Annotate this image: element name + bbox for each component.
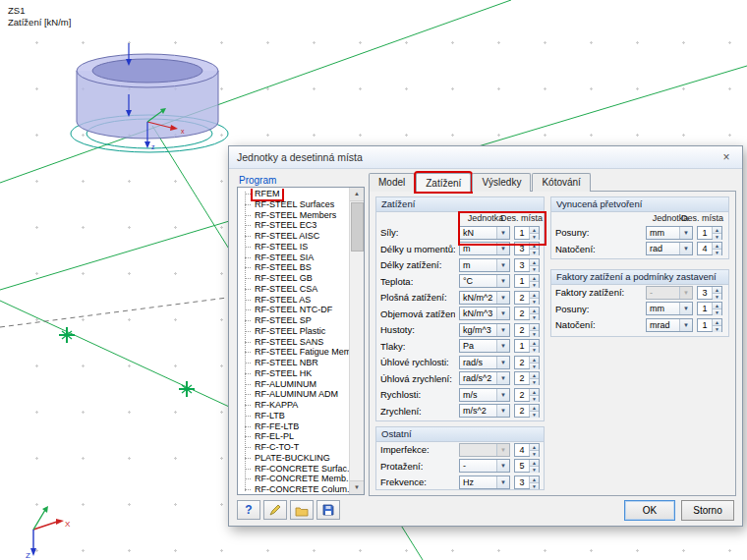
chevron-down-icon[interactable]: ▼ [496,357,509,368]
tree-item[interactable]: RF-CONCRETE Memb... [238,474,350,484]
unit-dropdown[interactable]: °C ▼ [459,274,510,288]
chevron-down-icon[interactable]: ▼ [496,275,509,287]
chevron-down-icon[interactable]: ▼ [496,389,509,401]
chevron-down-icon[interactable]: ▼ [496,340,509,352]
decimals-spinner[interactable]: 2 ▲ ▼ [514,404,540,418]
unit-dropdown[interactable]: rad/s^2 ▼ [459,371,510,385]
tree-item[interactable]: RF-CONCRETE Surfac... [238,464,350,475]
chevron-down-icon[interactable]: ▼ [496,227,509,239]
spinner-down-icon[interactable]: ▼ [530,313,539,320]
tree-item[interactable]: PLATE-BUCKLING [238,453,350,464]
decimals-spinner[interactable]: 2 ▲ ▼ [514,356,540,369]
scroll-down-icon[interactable]: ▼ [350,480,364,494]
unit-dropdown[interactable]: Pa ▼ [459,339,510,353]
tree-item[interactable]: RF-KAPPA [238,400,350,411]
tree-item[interactable]: RF-STEEL AISC [238,231,350,242]
tree-item[interactable]: RF-STEEL Surfaces [238,199,350,210]
spinner-down-icon[interactable]: ▼ [530,298,539,305]
tree-item[interactable]: RF-STEEL HK [238,368,350,379]
help-button[interactable]: ? [237,500,260,520]
decimals-spinner[interactable]: 2 ▲ ▼ [514,323,540,337]
decimals-spinner[interactable]: 4 ▲ ▼ [697,242,722,255]
decimals-spinner[interactable]: 3 ▲ ▼ [514,242,540,255]
tab-model[interactable]: Model [369,173,415,192]
tree-item[interactable]: RF-CONCRETE Colum... [238,484,350,494]
tree-item[interactable]: RF-STEEL IS [238,242,350,252]
decimals-spinner[interactable]: 4 ▲ ▼ [514,443,540,457]
decimals-spinner[interactable]: 2 ▲ ▼ [514,307,540,320]
chevron-down-icon[interactable]: ▼ [679,227,692,239]
chevron-down-icon[interactable]: ▼ [496,292,509,304]
decimals-spinner[interactable]: 1 ▲ ▼ [697,302,722,315]
spinner-down-icon[interactable]: ▼ [530,249,539,255]
tree-item[interactable]: RF-STEEL Fatigue Mem [238,347,350,358]
unit-dropdown[interactable]: mm ▼ [646,226,693,240]
tree-item[interactable]: RF-STEEL Members [238,210,350,221]
unit-dropdown[interactable]: kg/m^3 ▼ [459,323,510,337]
close-icon[interactable]: × [711,147,742,168]
decimals-spinner[interactable]: 1 ▲ ▼ [697,226,722,240]
decimals-spinner[interactable]: 3 ▲ ▼ [514,476,540,489]
tree-item[interactable]: RF-FE-LTB [238,421,350,432]
chevron-down-icon[interactable]: ▼ [496,259,509,271]
unit-dropdown[interactable]: - ▼ [459,459,510,473]
spinner-down-icon[interactable]: ▼ [713,293,721,300]
scroll-thumb[interactable] [351,202,364,252]
chevron-down-icon[interactable]: ▼ [679,287,692,299]
unit-dropdown[interactable]: mrad ▼ [646,318,693,332]
tab-zatizeni[interactable]: Zatížení [416,173,471,192]
decimals-spinner[interactable]: 3 ▲ ▼ [514,258,540,272]
tree-item[interactable]: RF-STEEL AS [238,295,350,306]
dialog-titlebar[interactable]: Jednotky a desetinná místa × [229,146,742,169]
edit-units-button[interactable] [263,500,287,520]
tree-item[interactable]: RF-STEEL BS [238,262,350,273]
decimals-spinner[interactable]: 1 ▲ ▼ [697,318,722,332]
unit-dropdown[interactable]: m ▼ [459,242,510,255]
tree-item[interactable]: RF-STEEL SP [238,315,350,326]
chevron-down-icon[interactable]: ▼ [496,308,509,319]
decimals-spinner[interactable]: 1 ▲ ▼ [514,274,540,288]
chevron-down-icon[interactable]: ▼ [679,303,692,314]
spinner-down-icon[interactable]: ▼ [530,281,539,288]
unit-dropdown[interactable]: - ▼ [646,286,693,300]
chevron-down-icon[interactable]: ▼ [496,444,509,456]
chevron-down-icon[interactable]: ▼ [679,243,692,254]
tree-item[interactable]: RF-STEEL GB [238,273,350,284]
spinner-down-icon[interactable]: ▼ [530,233,539,240]
tree-item[interactable]: RF-EL-PL [238,431,350,442]
chevron-down-icon[interactable]: ▼ [496,243,509,254]
decimals-spinner[interactable]: 3 ▲ ▼ [697,286,722,300]
unit-dropdown[interactable]: kN ▼ [459,226,510,240]
tab-vysledky[interactable]: Výsledky [472,173,531,192]
chevron-down-icon[interactable]: ▼ [496,460,509,472]
chevron-down-icon[interactable]: ▼ [496,405,509,417]
save-button[interactable] [316,500,340,520]
spinner-down-icon[interactable]: ▼ [530,395,539,402]
unit-dropdown[interactable]: m ▼ [459,258,510,272]
tree-item[interactable]: RF-STEEL Plastic [238,326,350,337]
tree-item[interactable]: RF-STEEL NBR [238,358,350,368]
unit-dropdown[interactable]: ▼ [459,443,510,457]
tree-scrollbar[interactable]: ▲ ▼ [349,188,364,494]
spinner-down-icon[interactable]: ▼ [530,346,539,353]
ok-button[interactable]: OK [624,500,675,521]
scroll-up-icon[interactable]: ▲ [350,188,364,201]
decimals-spinner[interactable]: 2 ▲ ▼ [514,291,540,305]
unit-dropdown[interactable]: kN/m^3 ▼ [459,307,510,320]
tree-item[interactable]: RF-ALUMINUM ADM [238,389,350,400]
tree-item[interactable]: RF-C-TO-T [238,442,350,453]
tree-item[interactable]: RFEM [238,189,350,199]
tree-item[interactable]: RF-STEEL CSA [238,284,350,295]
tab-kotovani[interactable]: Kótování [532,173,590,192]
spinner-down-icon[interactable]: ▼ [530,363,539,369]
spinner-down-icon[interactable]: ▼ [713,308,721,315]
chevron-down-icon[interactable]: ▼ [679,319,692,331]
spinner-down-icon[interactable]: ▼ [530,330,539,337]
unit-dropdown[interactable]: rad ▼ [646,242,693,255]
chevron-down-icon[interactable]: ▼ [496,372,509,384]
spinner-down-icon[interactable]: ▼ [713,325,721,332]
open-button[interactable] [290,500,314,520]
unit-dropdown[interactable]: kN/m^2 ▼ [459,291,510,305]
unit-dropdown[interactable]: mm ▼ [646,302,693,315]
unit-dropdown[interactable]: m/s^2 ▼ [459,404,510,418]
